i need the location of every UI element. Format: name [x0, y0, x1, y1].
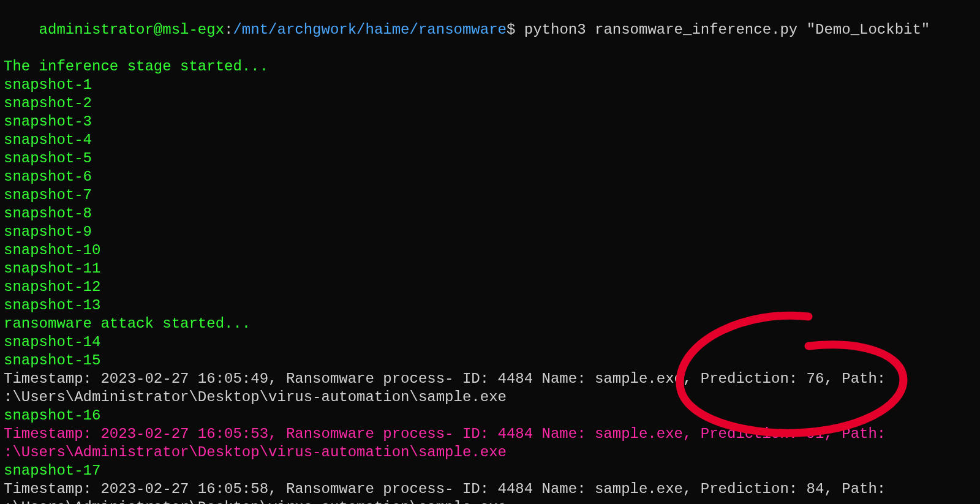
snapshot-line: snapshot-17: [4, 462, 976, 480]
snapshot-line: snapshot-15: [4, 352, 976, 370]
prompt-user-host: administrator@msl-egx: [39, 21, 224, 38]
detection-line: :\Users\Administrator\Desktop\virus-auto…: [4, 388, 976, 407]
snapshot-line: snapshot-6: [4, 168, 976, 186]
status-line: The inference stage started...: [4, 58, 976, 76]
snapshot-line: snapshot-2: [4, 94, 976, 113]
snapshot-line: snapshot-11: [4, 260, 976, 278]
status-line: ransomware attack started...: [4, 315, 976, 333]
snapshot-line: snapshot-13: [4, 296, 976, 315]
detection-line: Timestamp: 2023-02-27 16:05:58, Ransomwa…: [4, 480, 976, 498]
prompt-dollar: $: [507, 21, 515, 38]
snapshot-line: snapshot-9: [4, 223, 976, 241]
snapshot-line: snapshot-3: [4, 113, 976, 131]
detection-line: :\Users\Administrator\Desktop\virus-auto…: [4, 498, 976, 504]
detection-line-highlighted: Timestamp: 2023-02-27 16:05:53, Ransomwa…: [4, 425, 976, 443]
prompt-line[interactable]: administrator@msl-egx:/mnt/archgwork/hai…: [4, 2, 976, 58]
snapshot-line: snapshot-14: [4, 333, 976, 352]
command-text: python3 ransomware_inference.py "Demo_Lo…: [524, 21, 930, 38]
snapshot-line: snapshot-12: [4, 278, 976, 296]
snapshot-line: snapshot-10: [4, 241, 976, 260]
snapshot-line: snapshot-16: [4, 407, 976, 425]
snapshot-line: snapshot-5: [4, 149, 976, 168]
prompt-cwd: /mnt/archgwork/haime/ransomware: [233, 21, 506, 38]
snapshot-line: snapshot-8: [4, 205, 976, 223]
detection-line: Timestamp: 2023-02-27 16:05:49, Ransomwa…: [4, 370, 976, 388]
snapshot-line: snapshot-1: [4, 76, 976, 94]
terminal-output[interactable]: administrator@msl-egx:/mnt/archgwork/hai…: [4, 2, 976, 504]
prompt-sep: :: [224, 21, 233, 38]
snapshot-line: snapshot-7: [4, 186, 976, 205]
detection-line-highlighted: :\Users\Administrator\Desktop\virus-auto…: [4, 443, 976, 462]
snapshot-line: snapshot-4: [4, 131, 976, 149]
